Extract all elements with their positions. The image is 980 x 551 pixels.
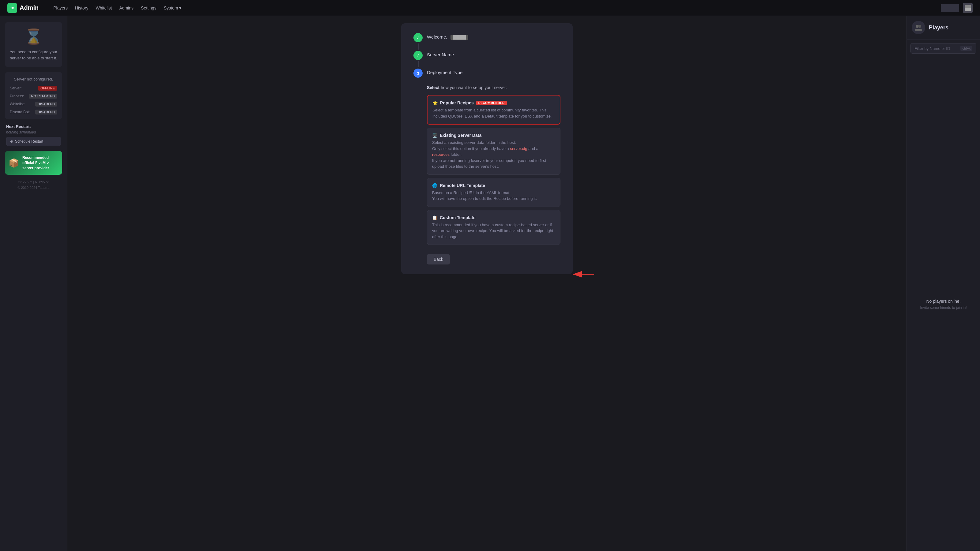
process-status-badge: NOT STARTED bbox=[29, 94, 57, 98]
navbar-right bbox=[941, 3, 973, 13]
brand-name: Admin bbox=[20, 4, 38, 11]
svg-rect-0 bbox=[965, 5, 971, 8]
server-status-card: ⌛ You need to configure your server to b… bbox=[5, 22, 62, 67]
username-redacted: █████ bbox=[450, 35, 469, 40]
nav-history[interactable]: History bbox=[75, 4, 89, 12]
option-custom-template[interactable]: 📋 Custom Template This is recommended if… bbox=[427, 210, 560, 245]
nav-admins[interactable]: Admins bbox=[119, 4, 134, 12]
sidebar-right: Players Filter by Name or ID ctrl+k No p… bbox=[907, 16, 980, 551]
option-popular-recipes-desc: Select a template from a curated list of… bbox=[433, 107, 555, 119]
server-row: Server: OFFLINE bbox=[10, 86, 57, 91]
players-empty-subtitle: Invite some friends to join in! bbox=[920, 305, 967, 310]
option-popular-recipes[interactable]: ⭐ Popular Recipes RECOMMENDED Select a t… bbox=[427, 95, 560, 125]
process-row: Process: NOT STARTED bbox=[10, 94, 57, 98]
option-remote-url-desc: Based on a Recipe URL in the YAML format… bbox=[432, 190, 555, 202]
discord-bot-label: Discord Bot: bbox=[10, 110, 30, 114]
discord-bot-row: Discord Bot: DISABLED bbox=[10, 110, 57, 114]
deployment-section: Select how you want to setup your server… bbox=[414, 85, 560, 265]
globe-icon: 🌐 bbox=[432, 183, 438, 188]
svg-point-4 bbox=[918, 25, 921, 28]
option-custom-template-desc: This is recommended if you have a custom… bbox=[432, 222, 555, 240]
recommended-badge: RECOMMENDED bbox=[476, 101, 507, 105]
players-search-placeholder: Filter by Name or ID bbox=[915, 46, 950, 51]
star-icon: ⭐ bbox=[433, 100, 438, 105]
server-status-badge: OFFLINE bbox=[38, 86, 57, 91]
step-2-label: Server Name bbox=[427, 51, 454, 57]
server-label: Server: bbox=[10, 86, 22, 90]
players-empty-state: No players online. Invite some friends t… bbox=[907, 57, 980, 551]
configure-text: You need to configure your server to be … bbox=[10, 49, 57, 61]
nav-whitelist[interactable]: Whitelist bbox=[95, 4, 112, 12]
step-3: 3 Deployment Type bbox=[414, 68, 560, 78]
nav-system[interactable]: System ▾ bbox=[164, 4, 181, 12]
zap-hosting-banner[interactable]: 📦 Recommendedofficial FiveM ✓server prov… bbox=[5, 151, 62, 175]
discord-bot-status-badge: DISABLED bbox=[35, 110, 57, 114]
monitor-icon: 🖥️ bbox=[432, 133, 438, 138]
option-existing-server[interactable]: 🖥️ Existing Server Data Select an existi… bbox=[427, 128, 560, 175]
option-remote-url[interactable]: 🌐 Remote URL Template Based on a Recipe … bbox=[427, 178, 560, 207]
sidebar-left: ⌛ You need to configure your server to b… bbox=[0, 16, 67, 551]
nav-settings[interactable]: Settings bbox=[141, 4, 156, 12]
navbar: tx Admin Players History Whitelist Admin… bbox=[0, 0, 980, 16]
setup-wizard-container: ✓ Welcome, █████ ✓ Server Name 3 Deploym bbox=[401, 23, 573, 544]
plus-circle-icon: ⊕ bbox=[10, 139, 13, 144]
schedule-restart-button[interactable]: ⊕ Schedule Restart bbox=[6, 137, 61, 146]
version-info: tx: v7.2.2 | fx: b9572 © 2019-2024 Tabar… bbox=[5, 180, 62, 191]
search-shortcut: ctrl+k bbox=[960, 46, 972, 51]
option-existing-server-desc: Select an existing server data folder in… bbox=[432, 140, 555, 170]
main-layout: ⌛ You need to configure your server to b… bbox=[0, 16, 980, 551]
step-1: ✓ Welcome, █████ bbox=[414, 33, 560, 42]
brand: tx Admin bbox=[7, 3, 38, 13]
hourglass-icon: ⌛ bbox=[24, 28, 43, 45]
server-info-card: Server not configured. Server: OFFLINE P… bbox=[5, 72, 62, 119]
next-restart-label: Next Restart: bbox=[6, 124, 61, 129]
option-remote-url-title: 🌐 Remote URL Template bbox=[432, 183, 555, 188]
nav-players[interactable]: Players bbox=[53, 4, 68, 12]
chevron-down-icon: ▾ bbox=[179, 5, 181, 10]
deployment-prompt: Select how you want to setup your server… bbox=[427, 85, 560, 90]
server-not-configured-label: Server not configured. bbox=[10, 77, 57, 81]
nav-links: Players History Whitelist Admins Setting… bbox=[53, 4, 931, 12]
step-1-icon: ✓ bbox=[414, 33, 423, 42]
whitelist-label: Whitelist: bbox=[10, 102, 25, 106]
option-custom-template-title: 📋 Custom Template bbox=[432, 215, 555, 220]
zap-text: Recommendedofficial FiveM ✓server provid… bbox=[22, 155, 49, 170]
main-content: ✓ Welcome, █████ ✓ Server Name 3 Deploym bbox=[67, 16, 907, 551]
step-2: ✓ Server Name bbox=[414, 51, 560, 60]
step-3-icon: 3 bbox=[414, 68, 423, 78]
nothing-scheduled-text: nothing scheduled bbox=[6, 130, 61, 134]
step-3-label: Deployment Type bbox=[427, 68, 463, 75]
players-avatar-icon bbox=[912, 21, 925, 34]
step-1-label: Welcome, █████ bbox=[427, 33, 468, 40]
brand-icon: tx bbox=[7, 3, 17, 13]
back-button[interactable]: Back bbox=[427, 254, 450, 265]
players-header: Players bbox=[907, 16, 980, 40]
process-label: Process: bbox=[10, 94, 24, 98]
step-connector-1 bbox=[418, 43, 418, 49]
step-connector-2 bbox=[418, 61, 418, 67]
clipboard-icon: 📋 bbox=[432, 215, 438, 220]
option-existing-server-title: 🖥️ Existing Server Data bbox=[432, 133, 555, 138]
svg-rect-1 bbox=[965, 8, 971, 11]
option-popular-recipes-title: ⭐ Popular Recipes RECOMMENDED bbox=[433, 100, 555, 105]
user-avatar[interactable] bbox=[963, 3, 973, 13]
whitelist-status-badge: DISABLED bbox=[35, 102, 57, 106]
step-2-icon: ✓ bbox=[414, 51, 423, 60]
players-title: Players bbox=[929, 24, 948, 31]
next-restart-section: Next Restart: nothing scheduled ⊕ Schedu… bbox=[5, 124, 62, 146]
whitelist-row: Whitelist: DISABLED bbox=[10, 102, 57, 106]
user-name-placeholder bbox=[941, 4, 959, 12]
players-empty-title: No players online. bbox=[926, 299, 960, 304]
setup-wizard: ✓ Welcome, █████ ✓ Server Name 3 Deploym bbox=[401, 23, 573, 274]
zap-icon: 📦 bbox=[9, 158, 19, 168]
players-search-bar[interactable]: Filter by Name or ID ctrl+k bbox=[910, 43, 976, 54]
